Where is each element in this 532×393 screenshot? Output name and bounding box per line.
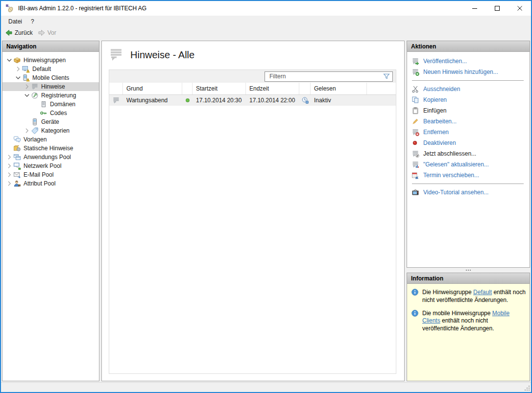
nav-item-label: Kategorien [41, 127, 70, 134]
nav-item-label: Mobile Clients [32, 74, 69, 81]
action-gelesen-aktualisieren[interactable]: "Gelesen" aktualisieren... [411, 159, 528, 170]
column-header-icon[interactable] [299, 83, 311, 94]
back-button-label: Zurück [15, 29, 33, 36]
action-video-tutorial-ansehen[interactable]: Video-Tutorial ansehen... [411, 187, 528, 198]
forward-arrow-icon [38, 29, 46, 37]
nav-item-e-mail-pool[interactable]: E-Mail Pool [2, 170, 99, 179]
close-button[interactable] [508, 1, 531, 16]
nav-item-hinweisgruppen[interactable]: Hinweisgruppen [2, 56, 99, 65]
nav-item-hinweise[interactable]: Hinweise [2, 82, 99, 91]
nav-item-label: Codes [50, 110, 67, 116]
chevron-expanded-icon[interactable] [23, 92, 31, 99]
edit-pencil-icon [411, 117, 419, 125]
action-label: Einfügen [423, 107, 446, 114]
chevron-expanded-icon[interactable] [5, 56, 13, 64]
chevron-collapsed-icon[interactable] [23, 127, 31, 135]
nav-item-label: Domänen [50, 101, 75, 108]
devices-icon [31, 118, 39, 126]
nav-item-label: Hinweise [41, 83, 65, 90]
action-label: "Gelesen" aktualisieren... [423, 161, 489, 168]
nav-item-mobile-clients[interactable]: Mobile Clients [2, 73, 99, 82]
nav-item-statische-hinweise[interactable]: Statische Hinweise [2, 144, 99, 153]
chevron-collapsed-icon[interactable] [5, 171, 13, 179]
categories-tag-icon [31, 127, 39, 135]
title-bar: IBI-aws Admin 1.22.0 - registriert für I… [1, 1, 531, 16]
chevron-collapsed-icon[interactable] [23, 83, 31, 91]
nav-item-anwendungs-pool[interactable]: Anwendungs Pool [2, 153, 99, 162]
column-header-spacer [367, 83, 396, 94]
information-panel: Information Die Hinweisgruppe Default en… [407, 273, 530, 381]
action-veröffentlichen[interactable]: Veröffentlichen... [411, 56, 528, 67]
info-link-default[interactable]: Default [473, 289, 492, 296]
action-jetzt-abschliessen[interactable]: Jetzt abschliessen... [411, 148, 528, 159]
action-ausschneiden[interactable]: Ausschneiden [411, 84, 528, 94]
chevron-expanded-icon[interactable] [14, 74, 22, 82]
action-bearbeiten[interactable]: Bearbeiten... [411, 116, 528, 127]
cell-grund: Wartungsabend [123, 95, 182, 106]
navigation-panel: Navigation HinweisgruppenDefaultMobile C… [2, 41, 99, 381]
update-read-icon [411, 161, 419, 168]
back-button[interactable]: Zurück [2, 28, 35, 37]
filter-input[interactable]: Filtern [265, 71, 393, 82]
actions-panel: Aktionen Veröffentlichen...Neuen Hinweis… [407, 41, 530, 268]
panel-splitter[interactable] [407, 268, 530, 273]
nav-item-geräte[interactable]: Geräte [2, 117, 99, 126]
chevron-spacer [5, 136, 13, 143]
column-header-startzeit[interactable]: Startzeit [193, 83, 246, 94]
action-neuen-hinweis-hinzufügen[interactable]: Neuen Hinweis hinzufügen... [411, 67, 528, 77]
maximize-button[interactable] [486, 1, 508, 16]
action-label: Video-Tutorial ansehen... [423, 189, 488, 196]
page-title: Hinweise - Alle [130, 49, 194, 61]
minimize-button[interactable] [463, 1, 486, 16]
nav-item-registrierung[interactable]: Registrierung [2, 91, 99, 100]
cell-endzeit: 17.10.2014 22:00 [246, 95, 299, 106]
column-header-endzeit[interactable]: Endzeit [246, 83, 299, 94]
nav-item-label: E-Mail Pool [24, 171, 53, 178]
nav-item-kategorien[interactable]: Kategorien [2, 126, 99, 135]
forward-button[interactable]: Vor [35, 28, 59, 37]
filter-placeholder: Filtern [269, 73, 383, 80]
nav-item-attribut-pool[interactable]: Attribut Pool [2, 179, 99, 188]
nav-item-codes[interactable]: Codes [2, 109, 99, 117]
nav-item-label: Vorlagen [24, 136, 47, 143]
info-item-text: Die Hinweisgruppe Default enthält noch n… [422, 289, 526, 304]
menu-help[interactable]: ? [26, 17, 39, 26]
chevron-collapsed-icon[interactable] [5, 153, 13, 161]
nav-item-domänen[interactable]: Domänen [2, 100, 99, 109]
cell-gelesen: Inaktiv [311, 95, 367, 106]
information-list: Die Hinweisgruppe Default enthält noch n… [407, 284, 530, 381]
window-controls [463, 1, 531, 16]
column-header-icon[interactable] [182, 83, 193, 94]
action-deaktivieren[interactable]: Deaktivieren [411, 138, 528, 148]
mobile-clients-icon [22, 74, 30, 82]
remove-hint-icon [411, 128, 419, 136]
action-termin-verschieben[interactable]: Termin verschieben... [411, 170, 528, 181]
action-kopieren[interactable]: Kopieren [411, 94, 528, 105]
templates-icon [13, 136, 21, 143]
chevron-collapsed-icon[interactable] [14, 65, 22, 73]
static-hints-icon [13, 144, 21, 152]
nav-item-default[interactable]: Default [2, 65, 99, 73]
menu-datei[interactable]: Datei [4, 17, 26, 26]
column-header-gelesen[interactable]: Gelesen [311, 83, 367, 94]
menu-bar: Datei ? [1, 16, 531, 27]
info-text-segment: Die mobile Hinweisgruppe [422, 310, 492, 317]
column-header-icon[interactable] [109, 83, 123, 94]
right-column: Aktionen Veröffentlichen...Neuen Hinweis… [407, 41, 530, 381]
resize-grip[interactable] [525, 386, 530, 391]
column-header-grund[interactable]: Grund [123, 83, 182, 94]
table-row[interactable]: Wartungsabend17.10.2014 20:3017.10.2014 … [109, 95, 396, 106]
table-header-row: GrundStartzeitEndzeitGelesen [109, 83, 396, 95]
action-einfügen[interactable]: Einfügen [411, 105, 528, 116]
chevron-collapsed-icon[interactable] [5, 180, 13, 187]
filter-funnel-icon[interactable] [383, 72, 390, 80]
hints-table: GrundStartzeitEndzeitGelesenWartungsaben… [109, 83, 396, 106]
chevron-collapsed-icon[interactable] [5, 162, 13, 170]
action-entfernen[interactable]: Entfernen [411, 127, 528, 138]
filter-bar: Filtern [109, 70, 396, 83]
app-mouse-icon [5, 4, 14, 13]
codes-key-icon [40, 109, 48, 117]
nav-item-vorlagen[interactable]: Vorlagen [2, 135, 99, 144]
nav-item-netzwerk-pool[interactable]: Netzwerk Pool [2, 162, 99, 170]
cell-read-status-inactive-icon [299, 95, 311, 106]
